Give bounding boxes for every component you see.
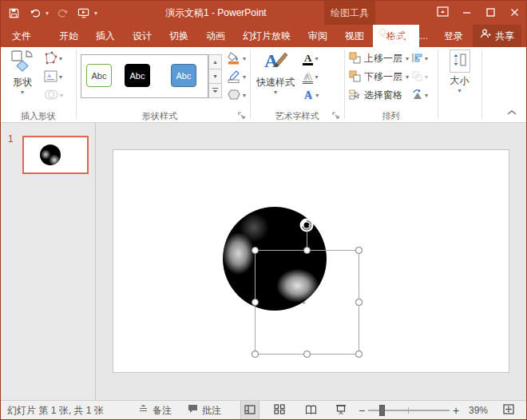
merge-shapes-button: ▾ [44, 87, 63, 104]
size-group: 大小 ▾ [438, 47, 481, 123]
share-button[interactable]: 共享 [473, 25, 521, 47]
bring-forward-button[interactable]: 上移一层 ▾ [349, 50, 409, 67]
align-button[interactable]: ▾ [411, 50, 428, 67]
slide-info: 幻灯片 第 1 张, 共 1 张 [7, 401, 104, 420]
size-button[interactable]: 大小 ▾ [442, 50, 477, 107]
workspace: 1 c [1, 123, 526, 400]
maximize-icon [486, 7, 495, 19]
ribbon-display-options-icon [437, 6, 449, 19]
shape-fill-button[interactable]: ▾ [227, 50, 246, 67]
minimize-button[interactable] [454, 1, 478, 25]
tab-view[interactable]: 视图 [336, 25, 373, 47]
shape-outline-button[interactable]: ▾ [227, 69, 246, 85]
comments-label: 批注 [202, 401, 221, 420]
undo-dropdown-arrow[interactable]: ▾ [46, 10, 49, 17]
quick-styles-label: 快速样式 [255, 76, 296, 89]
text-fill-button[interactable]: A ▾ [303, 50, 318, 67]
tab-file[interactable]: 文件 [1, 25, 42, 47]
tab-design[interactable]: 设计 [124, 25, 160, 47]
group-objects-button: ▾ [411, 69, 428, 85]
close-button[interactable] [502, 1, 526, 25]
zoom-in-button[interactable]: + [453, 401, 459, 420]
tab-insert[interactable]: 插入 [87, 25, 124, 47]
shape-fill-icon [227, 51, 241, 67]
notes-icon [138, 401, 149, 420]
shape-styles-dialog-launcher-icon[interactable] [238, 111, 247, 120]
title-bar: ▾ ▾ 演示文稿1 - PowerPoint 绘图工具 [1, 1, 526, 25]
rotate-handle[interactable] [299, 217, 315, 236]
quick-access-toolbar: ▾ ▾ [6, 1, 97, 25]
shape-style-tile-3[interactable]: Abc [171, 64, 196, 87]
wordart-styles-dialog-launcher-icon[interactable] [332, 111, 341, 120]
tab-review[interactable]: 审阅 [299, 25, 336, 47]
customize-quick-access-toolbar-icon[interactable]: ▾ [94, 10, 97, 17]
start-slideshow-button[interactable] [76, 4, 92, 22]
zoom-level[interactable]: 39% [469, 401, 488, 420]
text-box-icon: A [44, 70, 57, 85]
merge-shapes-icon [44, 89, 58, 103]
resize-handle-middle-left[interactable] [252, 299, 259, 306]
shapes-gallery-button[interactable]: 形状 ▾ [5, 50, 40, 107]
selection-pane-button[interactable]: 选择窗格 [349, 87, 402, 104]
shape-style-tile-2[interactable]: Abc [125, 64, 150, 87]
resize-handle-bottom-right[interactable] [355, 351, 363, 358]
send-backward-button[interactable]: 下移一层 ▾ [349, 69, 409, 85]
gallery-scroll-up-icon[interactable]: ▲ [208, 54, 222, 69]
notes-button[interactable]: 备注 [138, 401, 172, 420]
normal-view-button[interactable] [240, 401, 260, 420]
shape-effects-dropdown-arrow: ▾ [243, 93, 246, 99]
slide-number: 1 [8, 133, 14, 145]
ribbon-display-options-button[interactable] [430, 1, 454, 25]
maximize-button[interactable] [478, 1, 502, 25]
text-box-button[interactable]: A ▾ [44, 69, 62, 85]
edit-shape-icon [44, 51, 57, 67]
zoom-out-button[interactable]: − [359, 401, 365, 420]
tell-me-button[interactable]: 告诉我... [371, 25, 434, 47]
slide-thumbnail-panel: 1 [1, 123, 96, 400]
text-outline-button[interactable]: A ▾ [303, 69, 318, 85]
tab-slideshow[interactable]: 幻灯片放映 [234, 25, 299, 47]
resize-handle-bottom-center[interactable] [303, 351, 311, 358]
tab-animations[interactable]: 动画 [197, 25, 234, 47]
quick-styles-button[interactable]: A 快速样式 ▾ [255, 50, 296, 107]
reading-view-button[interactable] [301, 401, 320, 420]
group-separator [481, 50, 482, 119]
slide-sorter-view-button[interactable] [270, 401, 289, 420]
undo-button[interactable] [27, 4, 43, 22]
quick-styles-icon: A [263, 63, 288, 74]
gallery-scroll-down-icon[interactable]: ▼ [208, 69, 222, 84]
save-button[interactable] [6, 4, 22, 22]
share-label: 共享 [495, 25, 514, 47]
shape-effects-button[interactable]: ▾ [227, 87, 246, 104]
shape-style-tile-1[interactable]: Abc [86, 64, 112, 87]
text-effects-button[interactable]: A ▾ [303, 87, 319, 104]
window-title: 演示文稿1 - PowerPoint [165, 1, 267, 25]
thumbnail-shape-preview [40, 145, 61, 165]
resize-handle-top-left[interactable] [252, 247, 259, 254]
zoom-slider-thumb[interactable] [379, 405, 385, 416]
shape-fill-dropdown-arrow: ▾ [243, 56, 246, 62]
slideshow-view-button[interactable] [331, 401, 351, 420]
tab-transitions[interactable]: 切换 [160, 25, 197, 47]
resize-handle-middle-right[interactable] [355, 299, 363, 306]
fit-slide-to-window-button[interactable] [499, 401, 518, 420]
selection-pane-label: 选择窗格 [364, 89, 402, 102]
arrange-group: 上移一层 ▾ ▾ 下移一层 ▾ ▾ 选择窗格 ▾ [344, 47, 438, 123]
comments-button[interactable]: 批注 [188, 401, 221, 420]
resize-handle-top-right[interactable] [355, 247, 363, 254]
arrange-group-label: 排列 [344, 110, 438, 121]
collapse-ribbon-button[interactable] [506, 108, 517, 119]
status-bar: 幻灯片 第 1 张, 共 1 张 备注 批注 − + 39% [1, 400, 526, 420]
shape-outline-icon [227, 69, 241, 85]
drawing-tools-contextual-header[interactable]: 绘图工具 [324, 1, 375, 25]
gallery-more-icon[interactable] [208, 84, 222, 98]
slide-thumbnail[interactable] [22, 136, 89, 174]
rotate-button[interactable]: ▾ [411, 87, 428, 104]
share-person-icon [480, 25, 491, 47]
resize-handle-top-center[interactable] [303, 247, 311, 254]
edit-shape-button[interactable]: ▾ [44, 50, 62, 67]
tab-home[interactable]: 开始 [50, 25, 87, 47]
resize-handle-bottom-left[interactable] [252, 351, 259, 358]
sign-in-button[interactable]: 登录 [438, 25, 470, 47]
reading-view-icon [305, 405, 317, 417]
